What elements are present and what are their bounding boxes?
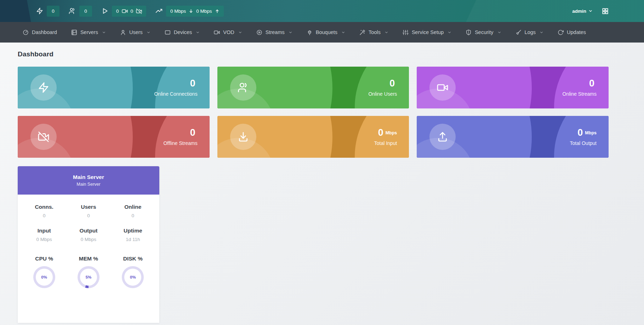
stat-card-online-users: 0 Online Users (217, 67, 409, 108)
server-stat-conns: Conns. 0 (22, 204, 66, 218)
nav-item-users[interactable]: Users (114, 26, 156, 39)
server-card-header: Main Server Main Server (18, 166, 159, 195)
user-menu-label: admin (572, 9, 586, 14)
server-stat-uptime: Uptime 1d 11h (111, 228, 155, 242)
server-gauges: CPU % 0% MEM % 5% DISK % 0% (22, 256, 155, 288)
cpu-gauge: CPU % 0% (22, 256, 66, 288)
stat-card-total-input: 0Mbps Total Input (217, 116, 409, 158)
users-icon (230, 74, 256, 101)
bolt-icon (36, 7, 43, 15)
disk-gauge-ring: 0% (122, 266, 144, 288)
chevron-down-icon (289, 30, 292, 34)
bolt-icon (30, 74, 57, 101)
chevron-down-icon (448, 30, 451, 34)
apps-grid-icon[interactable] (602, 8, 609, 15)
connections-stat[interactable]: 0 (36, 6, 59, 17)
download-icon (230, 124, 256, 150)
bandwidth-down: 0 Mbps (170, 9, 186, 14)
nav-item-service-setup[interactable]: Service Setup (397, 26, 457, 39)
server-stats: Conns. 0 Users 0 Online 0 Input 0 Mbps O… (22, 204, 155, 242)
server-title: Main Server (73, 174, 104, 180)
cpu-gauge-ring: 0% (33, 266, 55, 288)
streams-stat[interactable]: 0 0 (101, 6, 146, 17)
devices-icon (165, 29, 171, 35)
stat-label: Online Connections (154, 91, 197, 97)
vod-icon (214, 29, 220, 35)
chevron-down-icon (540, 30, 543, 34)
nav-item-logs[interactable]: Logs (510, 26, 549, 39)
chevron-down-icon (102, 30, 106, 34)
user-menu[interactable]: admin (572, 9, 593, 14)
stat-card-offline-streams: 0 Offline Streams (18, 116, 210, 158)
video-icon (122, 8, 128, 14)
chevron-down-icon (238, 30, 242, 34)
stat-label: Online Users (368, 91, 397, 97)
arrow-up-icon (215, 9, 220, 13)
video-off-icon (30, 124, 57, 150)
topbar: 0 0 0 0 (0, 0, 644, 22)
bandwidth-badge: 0 Mbps 0 Mbps (166, 6, 224, 17)
disk-gauge: DISK % 0% (111, 256, 155, 288)
page-title: Dashboard (18, 50, 609, 58)
service-setup-icon (403, 29, 409, 35)
online-users-stat[interactable]: 0 (69, 6, 92, 17)
stat-value: 0 (563, 79, 597, 88)
play-icon (101, 7, 108, 15)
stat-value: 0 (163, 128, 197, 138)
chevron-down-icon (341, 30, 345, 34)
chevron-down-icon (588, 9, 593, 13)
updates-icon (558, 29, 564, 35)
nav-item-bouquets[interactable]: Bouquets (301, 26, 351, 39)
nav-item-updates[interactable]: Updates (552, 26, 592, 39)
upload-icon (429, 124, 456, 150)
trending-up-icon (155, 7, 163, 15)
servers-icon (71, 29, 77, 35)
user-icon (120, 29, 126, 35)
online-users-badge: 0 (79, 6, 92, 17)
bouquets-icon (307, 29, 313, 35)
stat-card-total-output: 0Mbps Total Output (417, 116, 609, 158)
stat-label: Total Input (374, 140, 397, 146)
tools-icon (359, 29, 365, 35)
nav-item-dashboard[interactable]: Dashboard (17, 26, 63, 39)
stat-label: Total Output (570, 140, 597, 146)
nav-item-security[interactable]: Security (460, 26, 507, 39)
nav-item-devices[interactable]: Devices (159, 26, 206, 39)
page-content: Dashboard 0 Online Connections 0 (0, 43, 644, 323)
server-stat-users: Users 0 (66, 204, 110, 218)
server-stat-input: Input 0 Mbps (22, 228, 66, 242)
nav-item-streams[interactable]: Streams (251, 26, 298, 39)
chevron-down-icon (196, 30, 200, 34)
stat-value: 0Mbps (570, 128, 597, 138)
mem-gauge: MEM % 5% (66, 256, 110, 288)
streams-online-count: 0 (116, 9, 119, 14)
streams-offline-count: 0 (131, 9, 133, 14)
stat-value: 0Mbps (374, 128, 397, 138)
bandwidth-stat[interactable]: 0 Mbps 0 Mbps (155, 6, 224, 17)
bandwidth-up: 0 Mbps (196, 9, 212, 14)
users-icon (69, 7, 76, 15)
stat-card-online-connections: 0 Online Connections (18, 67, 210, 108)
stat-label: Offline Streams (163, 140, 197, 146)
stat-value: 0 (154, 79, 197, 88)
mem-gauge-ring: 5% (78, 266, 99, 288)
stat-cards-grid: 0 Online Connections 0 Online Users (18, 67, 609, 158)
chevron-down-icon (147, 30, 150, 34)
security-icon (466, 29, 472, 35)
video-off-icon (136, 8, 142, 14)
nav-item-servers[interactable]: Servers (65, 26, 112, 39)
dashboard-icon (23, 29, 29, 35)
video-icon (429, 74, 456, 101)
server-stat-output: Output 0 Mbps (66, 228, 110, 242)
server-subtitle: Main Server (76, 182, 100, 187)
connections-badge: 0 (47, 6, 59, 17)
streams-badge: 0 0 (112, 6, 146, 17)
chevron-down-icon (497, 30, 501, 34)
stat-value: 0 (368, 79, 397, 88)
logs-icon (515, 29, 522, 35)
arrow-down-icon (189, 9, 193, 13)
server-stat-online: Online 0 (111, 204, 155, 218)
nav-item-vod[interactable]: VOD (208, 26, 247, 39)
chevron-down-icon (384, 30, 388, 34)
nav-item-tools[interactable]: Tools (354, 26, 394, 39)
